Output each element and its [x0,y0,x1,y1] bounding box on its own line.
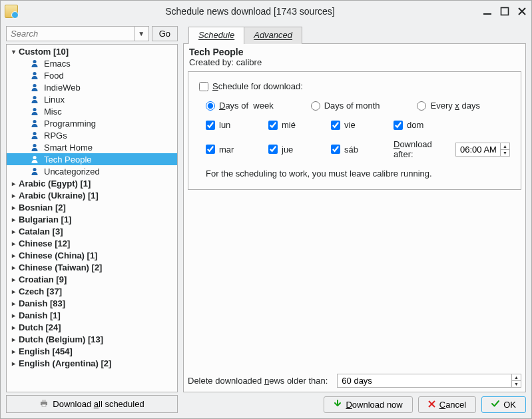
chevron-right-icon[interactable]: ▸ [9,324,17,331]
tree-group[interactable]: ▸Danish [1] [7,309,177,321]
tree-group-custom[interactable]: ▾Custom [10] [7,45,177,57]
go-button[interactable]: Go [152,26,178,41]
tree-group-label: Czech [37] [19,286,62,296]
day-jue[interactable]: jue [268,145,315,155]
tree-group[interactable]: ▸Chinese [12] [7,237,177,249]
radio-days-of-month[interactable]: Days of month [311,101,380,111]
tree-item[interactable]: RPGs [7,129,177,141]
spin-up-icon[interactable]: ▲ [501,143,509,150]
day-mar[interactable]: mar [206,145,252,155]
download-after-value[interactable] [456,143,500,156]
person-icon [29,82,40,93]
ok-button[interactable]: OK [481,396,526,413]
chevron-right-icon[interactable]: ▸ [9,300,17,307]
spin-buttons[interactable]: ▲▼ [511,374,521,387]
tree-group[interactable]: ▸Arabic (Ukraine) [1] [7,189,177,201]
tree-group[interactable]: ▸English [454] [7,345,177,357]
tree-item[interactable]: Emacs [7,57,177,69]
tree-group[interactable]: ▸Dutch (Belgium) [13] [7,333,177,345]
tree-group[interactable]: ▸Arabic (Egypt) [1] [7,177,177,189]
spin-up-icon[interactable]: ▲ [512,374,521,381]
tree-group[interactable]: ▸English (Argentina) [2] [7,357,177,369]
chevron-down-icon[interactable]: ▼ [134,27,148,41]
tree-item[interactable]: Linux [7,93,177,105]
tree-item[interactable]: Smart Home [7,141,177,153]
chevron-right-icon[interactable]: ▸ [9,228,17,235]
radio-every-x-days-input[interactable] [417,101,426,111]
download-after-label: Download after: [394,139,450,159]
tree-group[interactable]: ▸Danish [83] [7,297,177,309]
maximize-button[interactable] [499,6,510,17]
chevron-right-icon[interactable]: ▸ [9,264,17,271]
search-input[interactable] [7,27,134,41]
tree-item-label: RPGs [44,131,67,141]
older-than-label: Delete downloaded news older than: [188,376,328,386]
tree-item-label: Uncategorized [44,167,100,177]
tree-item[interactable]: Misc [7,105,177,117]
radio-days-of-month-input[interactable] [311,101,320,111]
tree-group[interactable]: ▸Croatian [9] [7,273,177,285]
minimize-button[interactable] [482,6,493,17]
tree-item[interactable]: Uncategorized [7,165,177,177]
cancel-icon [428,400,435,410]
search-combo[interactable]: ▼ [6,26,149,41]
source-tree[interactable]: ▾Custom [10]EmacsFoodIndieWebLinuxMiscPr… [6,44,178,392]
tree-item-label: Emacs [44,59,71,69]
chevron-right-icon[interactable]: ▸ [9,216,17,223]
download-all-scheduled-button[interactable]: Download all scheduled [6,395,178,413]
ok-label: OK [503,400,516,410]
tree-item[interactable]: Food [7,69,177,81]
chevron-right-icon[interactable]: ▸ [9,288,17,295]
spin-buttons[interactable]: ▲▼ [500,143,509,156]
day-mie[interactable]: mié [268,120,315,130]
schedule-checkbox-row[interactable]: Schedule for download: [199,81,510,91]
chevron-right-icon[interactable]: ▸ [9,348,17,355]
tab-advanced[interactable]: Advanced [244,27,302,44]
tab-schedule[interactable]: Schedule [188,27,244,44]
tree-item[interactable]: IndieWeb [7,81,177,93]
close-button[interactable] [517,6,527,17]
older-than-spin[interactable]: ▲▼ [337,374,521,388]
svg-point-6 [33,108,36,111]
svg-point-8 [33,132,36,135]
day-lun[interactable]: lun [206,120,252,130]
radio-days-of-week[interactable]: Days of week [206,101,274,111]
day-sab[interactable]: sáb [331,145,378,155]
day-dom[interactable]: dom [394,120,510,130]
chevron-right-icon[interactable]: ▸ [9,336,17,343]
tree-item-label: IndieWeb [44,83,81,93]
radio-days-of-week-input[interactable] [206,101,215,111]
chevron-right-icon[interactable]: ▸ [9,360,17,367]
tree-group[interactable]: ▸Catalan [3] [7,225,177,237]
day-vie[interactable]: vie [331,120,378,130]
tree-group[interactable]: ▸Chinese (Taiwan) [2] [7,261,177,273]
tree-item[interactable]: Tech People [7,153,177,165]
tree-group[interactable]: ▸Bosnian [2] [7,201,177,213]
download-now-button[interactable]: Download now [324,396,412,413]
chevron-right-icon[interactable]: ▸ [9,240,17,247]
chevron-right-icon[interactable]: ▸ [9,180,17,187]
tree-group[interactable]: ▸Chinese (China) [1] [7,249,177,261]
chevron-right-icon[interactable]: ▸ [9,312,17,319]
spin-down-icon[interactable]: ▼ [501,150,509,156]
cancel-button[interactable]: Cancel [418,396,476,413]
spin-down-icon[interactable]: ▼ [512,381,521,387]
chevron-right-icon[interactable]: ▸ [9,276,17,283]
titlebar: Schedule news download [1743 sources] [1,1,531,22]
download-after-spin[interactable]: ▲▼ [455,143,510,157]
schedule-note: For the scheduling to work, you must lea… [199,169,510,179]
tree-group[interactable]: ▸Czech [37] [7,285,177,297]
chevron-right-icon[interactable]: ▸ [9,204,17,211]
tree-group[interactable]: ▸Dutch [24] [7,321,177,333]
chevron-down-icon[interactable]: ▾ [9,48,17,55]
chevron-right-icon[interactable]: ▸ [9,192,17,199]
columns: ▼ Go ▾Custom [10]EmacsFoodIndieWebLinuxM… [6,26,526,413]
chevron-right-icon[interactable]: ▸ [9,252,17,259]
tree-group-label: Arabic (Egypt) [1] [19,179,91,189]
older-than-value[interactable] [338,374,511,387]
tree-group[interactable]: ▸Bulgarian [1] [7,213,177,225]
schedule-checkbox[interactable] [199,82,208,91]
radio-every-x-days[interactable]: Every x days [417,101,479,111]
app-icon [5,5,18,18]
tree-item[interactable]: Programming [7,117,177,129]
